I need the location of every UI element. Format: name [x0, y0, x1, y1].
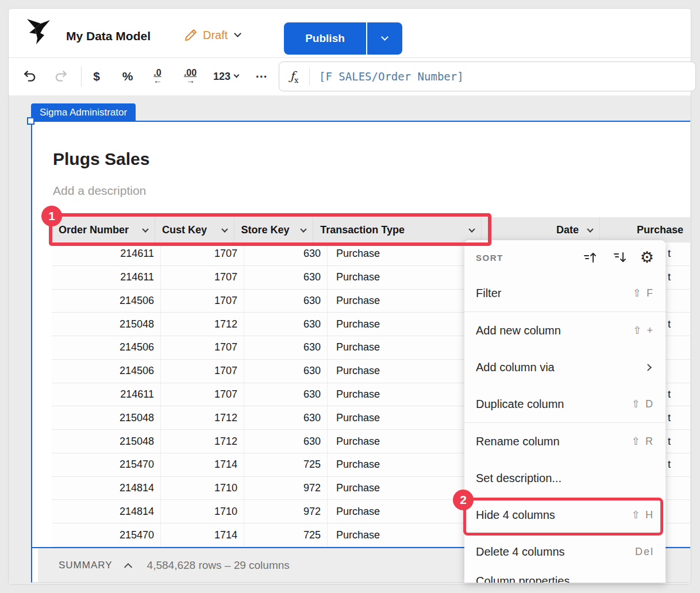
cell-store-key[interactable]: 630	[244, 266, 328, 289]
cell-store-key[interactable]: 630	[244, 430, 328, 453]
cell-order-number[interactable]: 215470	[52, 453, 161, 476]
cell-cust-key[interactable]: 1707	[161, 360, 244, 383]
cell-store-key[interactable]: 725	[244, 523, 328, 546]
chevron-down-icon[interactable]	[142, 226, 148, 232]
element-description-placeholder[interactable]: Add a description	[53, 184, 146, 198]
cell-order-number[interactable]: 215048	[52, 430, 161, 453]
cell-cust-key[interactable]: 1707	[161, 266, 244, 289]
column-header-label: Order Number	[59, 224, 129, 236]
cell-store-key[interactable]: 630	[244, 383, 328, 406]
cell-order-number[interactable]: 214506	[52, 290, 161, 313]
cell-cust-key[interactable]: 1710	[161, 500, 244, 523]
cell-store-key[interactable]: 630	[244, 336, 328, 359]
cell-cust-key[interactable]: 1707	[161, 290, 244, 313]
menu-items: Filter ⇧ F Add new column ⇧ + Add column…	[464, 275, 666, 583]
menu-item[interactable]: Filter ⇧ F	[464, 275, 666, 311]
cell-order-number[interactable]: 215048	[52, 313, 161, 336]
column-context-menu: SORT ⚙ Filter ⇧ F Add new column ⇧ + Add…	[464, 240, 666, 583]
element-title[interactable]: Plugs Sales	[53, 149, 149, 169]
cell-cust-key[interactable]: 1707	[161, 242, 244, 265]
chevron-down-icon[interactable]	[301, 226, 307, 232]
column-header[interactable]: Order Number	[52, 217, 155, 242]
version-status[interactable]: Draft	[184, 28, 240, 42]
menu-item[interactable]: Column properties	[464, 570, 666, 583]
cell-store-key[interactable]: 972	[244, 477, 328, 500]
decrease-decimal-button[interactable]: .0 ←	[144, 58, 171, 95]
column-header[interactable]: Date	[482, 217, 600, 242]
column-header-label: Date	[556, 224, 579, 236]
number-format-dropdown[interactable]: 123	[207, 58, 244, 95]
column-header-label: Transaction Type	[320, 224, 405, 236]
menu-item[interactable]: Delete 4 columns Del	[464, 533, 666, 570]
formula-bar[interactable]: ƒx [F_SALES/Order Number]	[279, 61, 696, 91]
cell-order-number[interactable]: 215470	[52, 523, 161, 546]
cell-order-number[interactable]: 214611	[52, 242, 161, 265]
menu-item-label: Set description...	[476, 472, 654, 485]
annotation-step-1-badge: 1	[41, 206, 62, 226]
column-header[interactable]: Transaction Type	[313, 217, 482, 242]
cell-store-key[interactable]: 630	[244, 313, 328, 336]
menu-item-label: Duplicate column	[476, 398, 632, 411]
sort-section-label: SORT	[476, 253, 569, 263]
menu-item[interactable]: Set description...	[464, 460, 666, 496]
cell-store-key[interactable]: 630	[244, 290, 328, 313]
currency-format-button[interactable]: $	[84, 58, 109, 95]
cell-cust-key[interactable]: 1714	[161, 523, 244, 546]
chevron-down-icon[interactable]	[468, 226, 475, 232]
cell-order-number[interactable]: 214611	[52, 266, 161, 289]
cell-store-key[interactable]: 630	[244, 360, 328, 383]
menu-item-hide-columns[interactable]: Hide 4 columns ⇧ H	[464, 496, 666, 533]
toolbar-divider	[81, 66, 82, 87]
column-header-label: Cust Key	[162, 224, 207, 236]
undo-button[interactable]	[17, 58, 43, 95]
chevron-down-icon[interactable]	[234, 30, 241, 37]
cell-cust-key[interactable]: 1714	[161, 453, 244, 476]
menu-item[interactable]: Add new column ⇧ +	[464, 312, 666, 349]
cell-cust-key[interactable]: 1712	[161, 313, 244, 336]
column-header[interactable]: Purchase	[600, 217, 690, 242]
cell-cust-key[interactable]: 1710	[161, 477, 244, 500]
cell-cust-key[interactable]: 1707	[161, 336, 244, 359]
sigma-logo-icon[interactable]	[24, 16, 53, 45]
menu-item-label: Column properties	[476, 575, 654, 583]
cell-cust-key[interactable]: 1707	[161, 383, 244, 406]
formula-input[interactable]: [F_SALES/Order Number]	[310, 70, 464, 83]
top-bar: My Data Model Draft Publish	[9, 9, 691, 58]
cell-store-key[interactable]: 630	[244, 406, 328, 429]
column-header[interactable]: Store Key	[234, 217, 314, 242]
cell-order-number[interactable]: 214611	[52, 383, 161, 406]
cell-cust-key[interactable]: 1712	[161, 406, 244, 429]
cell-store-key[interactable]: 725	[244, 453, 328, 476]
settings-gear-icon[interactable]: ⚙	[640, 249, 654, 266]
cell-order-number[interactable]: 214814	[52, 500, 161, 523]
decrease-decimal-icon: .0 ←	[153, 69, 161, 84]
selection-handle[interactable]	[27, 117, 34, 125]
publish-button-group: Publish	[284, 22, 402, 55]
cell-order-number[interactable]: 215048	[52, 406, 161, 429]
cell-store-key[interactable]: 630	[244, 242, 328, 265]
increase-decimal-button[interactable]: .00 →	[175, 58, 205, 95]
cell-store-key[interactable]: 972	[244, 500, 328, 523]
chevron-down-icon[interactable]	[221, 226, 228, 232]
redo-button[interactable]	[48, 58, 74, 95]
publish-dropdown-button[interactable]	[366, 22, 402, 55]
menu-item-shortcut: ⇧ +	[633, 324, 654, 337]
chevron-up-icon[interactable]	[124, 563, 132, 571]
sort-ascending-icon[interactable]	[582, 249, 599, 266]
more-formats-button[interactable]: ⋯	[249, 58, 275, 95]
function-fx-icon: ƒx	[279, 69, 309, 84]
chevron-down-icon[interactable]	[587, 226, 593, 232]
menu-item[interactable]: Rename column ⇧ R	[464, 423, 666, 460]
cell-order-number[interactable]: 214506	[52, 336, 161, 359]
menu-item[interactable]: Duplicate column ⇧ D	[464, 386, 666, 422]
menu-item[interactable]: Add column via	[464, 349, 666, 386]
cell-order-number[interactable]: 214814	[52, 477, 161, 500]
column-header-label: Store Key	[241, 224, 290, 236]
publish-button[interactable]: Publish	[284, 22, 366, 55]
percent-format-button[interactable]: %	[116, 58, 140, 95]
column-header[interactable]: Cust Key	[155, 217, 234, 242]
cell-cust-key[interactable]: 1712	[161, 430, 244, 453]
pencil-edit-icon	[184, 28, 198, 42]
sort-descending-icon[interactable]	[611, 249, 629, 266]
cell-order-number[interactable]: 214506	[52, 360, 161, 383]
